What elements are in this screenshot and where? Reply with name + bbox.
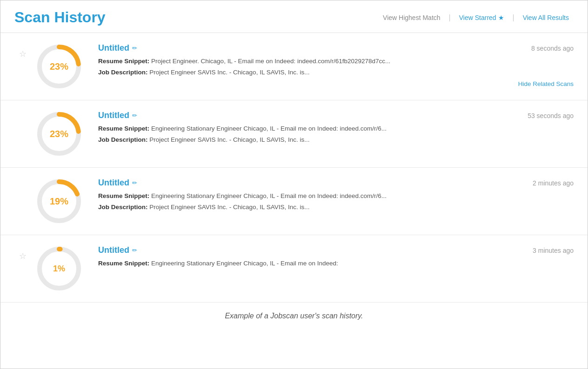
edit-icon[interactable]: ✏ — [132, 247, 137, 254]
scan-time: 3 minutes ago — [533, 247, 574, 254]
resume-snippet: Resume Snippet: Engineering Stationary E… — [98, 124, 574, 133]
job-description: Job Description: Project Engineer SAVIS … — [98, 135, 574, 145]
page-title: Scan History — [14, 9, 106, 26]
star-col — [14, 178, 31, 184]
scan-time: 2 minutes ago — [533, 179, 574, 187]
header-nav: View Highest Match | View Starred ★ | Vi… — [378, 11, 574, 24]
item-header: Untitled ✏8 seconds ago — [98, 43, 574, 53]
donut-chart: 1% — [31, 245, 87, 292]
scan-item: 19%Untitled ✏2 minutes agoResume Snippet… — [0, 168, 588, 235]
donut-label: 1% — [53, 264, 65, 274]
scan-title[interactable]: Untitled — [98, 178, 129, 188]
job-description: Job Description: Project Engineer SAVIS … — [98, 203, 574, 212]
star-icon[interactable]: ☆ — [19, 49, 27, 59]
resume-snippet: Resume Snippet: Engineering Stationary E… — [98, 259, 574, 268]
star-icon[interactable]: ☆ — [19, 251, 27, 261]
scan-title[interactable]: Untitled — [98, 111, 129, 120]
donut-label: 23% — [50, 61, 68, 72]
donut-chart: 19% — [31, 178, 87, 224]
scan-content: Untitled ✏8 seconds agoResume Snippet: P… — [98, 43, 574, 87]
job-description: Job Description: Project Engineer SAVIS … — [98, 68, 574, 77]
scan-content: Untitled ✏3 minutes agoResume Snippet: E… — [98, 245, 574, 270]
star-col: ☆ — [14, 245, 31, 261]
scan-item: 23%Untitled ✏53 seconds agoResume Snippe… — [0, 100, 588, 168]
hide-related-link[interactable]: Hide Related Scans — [98, 80, 574, 87]
scan-title[interactable]: Untitled — [98, 43, 129, 53]
edit-icon[interactable]: ✏ — [132, 45, 137, 52]
scan-list: ☆ 23%Untitled ✏8 seconds agoResume Snipp… — [0, 33, 588, 303]
scan-time: 53 seconds ago — [528, 112, 574, 119]
item-header: Untitled ✏53 seconds ago — [98, 111, 574, 120]
scan-item: ☆ 1%Untitled ✏3 minutes agoResume Snippe… — [0, 235, 588, 303]
view-highest-match-link[interactable]: View Highest Match — [378, 11, 445, 24]
scan-title[interactable]: Untitled — [98, 245, 129, 255]
edit-icon[interactable]: ✏ — [132, 179, 137, 186]
scan-time: 8 seconds ago — [531, 45, 574, 52]
item-header: Untitled ✏2 minutes ago — [98, 178, 574, 188]
footer-caption: Example of a Jobscan user's scan history… — [0, 303, 588, 329]
nav-divider-2: | — [513, 13, 514, 22]
nav-divider-1: | — [449, 13, 451, 22]
view-all-results-link[interactable]: View All Results — [518, 11, 574, 24]
scan-content: Untitled ✏53 seconds agoResume Snippet: … — [98, 111, 574, 147]
edit-icon[interactable]: ✏ — [132, 112, 137, 119]
scan-item: ☆ 23%Untitled ✏8 seconds agoResume Snipp… — [0, 33, 588, 100]
donut-label: 19% — [50, 196, 68, 207]
item-header: Untitled ✏3 minutes ago — [98, 245, 574, 255]
donut-chart: 23% — [31, 43, 87, 90]
scan-content: Untitled ✏2 minutes agoResume Snippet: E… — [98, 178, 574, 214]
star-col: ☆ — [14, 43, 31, 59]
star-col — [14, 111, 31, 116]
donut-label: 23% — [50, 129, 68, 139]
view-starred-link[interactable]: View Starred ★ — [454, 11, 509, 24]
resume-snippet: Resume Snippet: Project Engineer. Chicag… — [98, 57, 574, 66]
donut-chart: 23% — [31, 111, 87, 157]
page-header: Scan History View Highest Match | View S… — [0, 0, 588, 33]
resume-snippet: Resume Snippet: Engineering Stationary E… — [98, 191, 574, 201]
